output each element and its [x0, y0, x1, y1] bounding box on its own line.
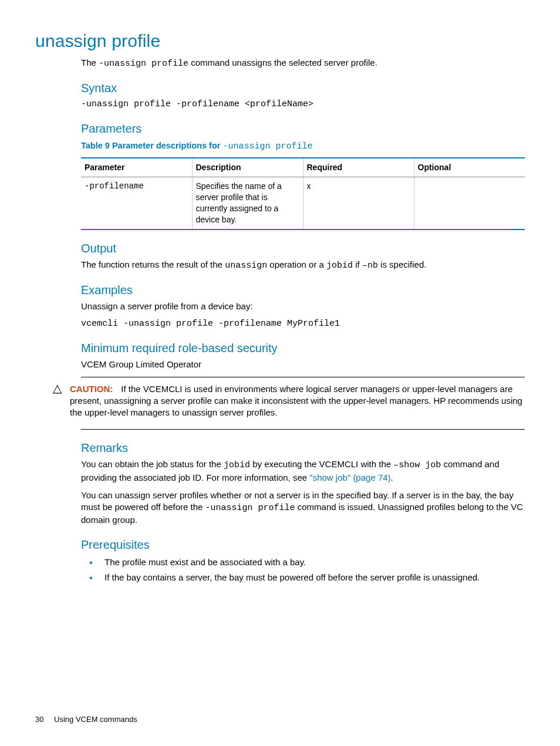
- page-title: unassign profile: [35, 29, 525, 53]
- caution-admonition: △ CAUTION:If the VCEMCLI is used in envi…: [53, 381, 525, 425]
- table-header-row: Parameter Description Required Optional: [81, 158, 525, 177]
- divider: [81, 377, 525, 377]
- text: You can obtain the job status for the: [81, 459, 224, 469]
- page-number: 30: [35, 715, 43, 724]
- col-header-required: Required: [303, 158, 414, 177]
- section-heading-parameters: Parameters: [81, 121, 525, 137]
- remarks-paragraph-1: You can obtain the job status for the jo…: [81, 458, 525, 484]
- section-heading-syntax: Syntax: [81, 80, 525, 96]
- caution-paragraph: CAUTION:If the VCEMCLI is used in enviro…: [70, 383, 525, 419]
- text: .: [391, 472, 393, 482]
- divider: [81, 429, 525, 430]
- footer-section: Using VCEM commands: [54, 715, 137, 724]
- code-inline: -unassign profile: [205, 503, 295, 513]
- section-heading-examples: Examples: [81, 282, 525, 298]
- text: if: [353, 259, 362, 269]
- caution-text: If the VCEMCLI is used in environments w…: [70, 384, 522, 418]
- output-paragraph: The function returns the result of the u…: [81, 259, 525, 272]
- caption-text: Table 9 Parameter descriptions for: [81, 141, 222, 150]
- caution-icon: △: [53, 381, 62, 425]
- cell-optional: [414, 177, 525, 229]
- security-text: VCEM Group Limited Operator: [81, 359, 525, 370]
- page-footer: 30 Using VCEM commands: [35, 714, 137, 725]
- intro-paragraph: The -unassign profile command unassigns …: [81, 57, 525, 70]
- text: is specified.: [378, 259, 427, 269]
- code-inline: –show job: [393, 460, 441, 470]
- section-heading-prerequisites: Prerequisites: [81, 537, 525, 553]
- cell-description: Specifies the name of a server profile t…: [192, 177, 303, 229]
- table-caption: Table 9 Parameter descriptions for -unas…: [81, 140, 525, 153]
- remarks-paragraph-2: You can unassign server profiles whether…: [81, 490, 525, 526]
- code-inline: jobid: [326, 261, 353, 271]
- section-heading-output: Output: [81, 241, 525, 256]
- col-header-optional: Optional: [414, 158, 525, 177]
- text: The function returns the result of the: [81, 259, 225, 269]
- caution-label: CAUTION:: [70, 384, 113, 394]
- text: by executing the VCEMCLI with the: [250, 459, 393, 469]
- code-inline: unassign: [225, 261, 267, 271]
- prerequisites-list: The profile must exist and be associated…: [81, 556, 525, 584]
- cell-parameter: -profilename: [81, 177, 192, 229]
- example-command: vcemcli -unassign profile -profilename M…: [81, 318, 525, 330]
- syntax-line: -unassign profile -profilename <profileN…: [81, 99, 525, 110]
- cross-reference-link[interactable]: "show job" (page 74): [309, 472, 390, 482]
- parameters-table: Parameter Description Required Optional …: [81, 157, 525, 229]
- table-row: -profilename Specifies the name of a ser…: [81, 177, 525, 229]
- col-header-parameter: Parameter: [81, 158, 192, 177]
- list-item: The profile must exist and be associated…: [104, 556, 525, 568]
- code-inline: jobid: [224, 460, 250, 470]
- caption-code: -unassign profile: [222, 141, 312, 151]
- text: command unassigns the selected server pr…: [188, 58, 377, 67]
- section-heading-security: Minimum required role-based security: [81, 340, 525, 356]
- section-heading-remarks: Remarks: [81, 440, 525, 456]
- cell-required: x: [303, 177, 414, 229]
- list-item: If the bay contains a server, the bay mu…: [104, 572, 525, 583]
- example-lead: Unassign a server profile from a device …: [81, 301, 525, 312]
- text: The: [81, 58, 99, 67]
- text: operation or a: [267, 259, 326, 269]
- code-inline: –nb: [362, 261, 378, 271]
- col-header-description: Description: [192, 158, 303, 177]
- code-inline: -unassign profile: [99, 59, 188, 69]
